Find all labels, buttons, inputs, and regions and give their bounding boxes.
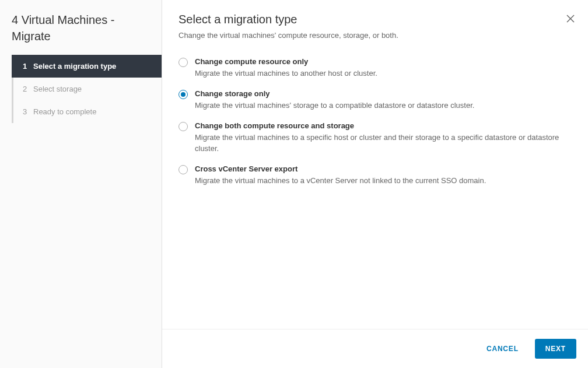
radio-icon xyxy=(178,90,188,99)
option-change-storage[interactable]: Change storage only Migrate the virtual … xyxy=(178,89,572,111)
close-icon xyxy=(566,15,575,23)
step-select-migration-type[interactable]: 1 Select a migration type xyxy=(12,55,162,78)
migration-options: Change compute resource only Migrate the… xyxy=(162,44,588,209)
option-text: Change compute resource only Migrate the… xyxy=(195,57,572,79)
step-label: Select storage xyxy=(33,85,82,93)
option-label: Cross vCenter Server export xyxy=(195,164,572,173)
option-desc: Migrate the virtual machines to a specif… xyxy=(195,132,572,153)
option-change-both[interactable]: Change both compute resource and storage… xyxy=(178,121,572,153)
next-button[interactable]: NEXT xyxy=(535,339,576,359)
page-title: Select a migration type xyxy=(178,13,572,26)
option-label: Change compute resource only xyxy=(195,57,572,66)
option-text: Change both compute resource and storage… xyxy=(195,121,572,153)
option-desc: Migrate the virtual machines' storage to… xyxy=(195,100,572,111)
radio-icon xyxy=(178,122,188,131)
step-select-storage[interactable]: 2 Select storage xyxy=(12,78,162,100)
option-label: Change storage only xyxy=(195,89,572,98)
step-number: 1 xyxy=(23,62,33,71)
page-subtitle: Change the virtual machines' compute res… xyxy=(178,31,572,40)
wizard-footer: CANCEL NEXT xyxy=(162,329,588,368)
option-label: Change both compute resource and storage xyxy=(195,121,572,130)
wizard-steps: 1 Select a migration type 2 Select stora… xyxy=(12,55,162,123)
option-text: Change storage only Migrate the virtual … xyxy=(195,89,572,111)
option-change-compute[interactable]: Change compute resource only Migrate the… xyxy=(178,57,572,79)
option-cross-vcenter[interactable]: Cross vCenter Server export Migrate the … xyxy=(178,164,572,186)
main-header: Select a migration type Change the virtu… xyxy=(162,0,588,44)
option-desc: Migrate the virtual machines to another … xyxy=(195,68,572,79)
wizard-main: Select a migration type Change the virtu… xyxy=(162,0,588,368)
option-text: Cross vCenter Server export Migrate the … xyxy=(195,164,572,186)
radio-icon xyxy=(178,165,188,174)
step-number: 2 xyxy=(23,85,33,93)
cancel-button[interactable]: CANCEL xyxy=(478,339,527,359)
step-label: Select a migration type xyxy=(33,62,116,71)
step-number: 3 xyxy=(23,107,33,116)
step-label: Ready to complete xyxy=(33,107,96,116)
wizard-title: 4 Virtual Machines - Migrate xyxy=(0,12,162,55)
wizard-sidebar: 4 Virtual Machines - Migrate 1 Select a … xyxy=(0,0,162,368)
close-button[interactable] xyxy=(565,13,576,24)
option-desc: Migrate the virtual machines to a vCente… xyxy=(195,176,572,186)
radio-icon xyxy=(178,58,188,67)
step-ready-to-complete[interactable]: 3 Ready to complete xyxy=(12,100,162,123)
